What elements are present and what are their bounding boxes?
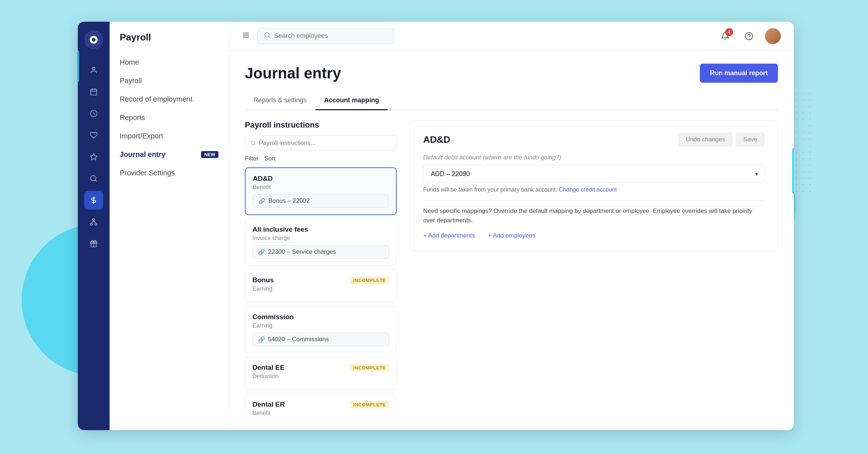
svg-point-10 [93, 219, 95, 221]
svg-rect-1 [91, 89, 97, 95]
search-container[interactable] [257, 28, 395, 44]
svg-point-0 [92, 67, 95, 70]
list-item-dental-ee-type: Deduction [252, 373, 389, 380]
content-columns: Payroll instructions Filter Sort AD& [245, 120, 778, 417]
override-text: Need specific mappings? Override the def… [423, 206, 765, 225]
list-column: Payroll instructions Filter Sort AD& [245, 120, 397, 417]
detail-column: AD&D Undo changes Save Default debit acc… [410, 120, 778, 417]
svg-marker-6 [90, 154, 97, 160]
list-item-add-name: AD&D [253, 175, 273, 183]
list-item-add-link: 🔗 Bonus – 22002 [253, 194, 389, 208]
nav-item-reports[interactable]: Reports [110, 108, 229, 127]
link-icon-all-inclusive: 🔗 [258, 249, 265, 256]
sidebar-icon-people[interactable] [84, 61, 103, 80]
list-item-bonus-name: Bonus [252, 276, 274, 284]
list-item-commission-link-text: 54020 – Commissions [268, 336, 329, 343]
nav-item-provider-settings-label: Provider Settings [120, 169, 175, 177]
sidebar-icon-gift[interactable] [84, 234, 103, 253]
list-item-bonus[interactable]: Bonus INCOMPLETE Earning [245, 269, 397, 303]
list-item-dental-ee[interactable]: Dental EE INCOMPLETE Deduction [245, 357, 397, 390]
list-item-bonus-header: Bonus INCOMPLETE [252, 276, 389, 284]
link-icon-commission: 🔗 [258, 336, 265, 343]
list-search-container[interactable] [245, 136, 397, 151]
detail-panel-header: AD&D Undo changes Save [423, 132, 765, 147]
tab-account-mapping[interactable]: Account mapping [315, 91, 388, 110]
nav-sidebar: Payroll Home Payroll Record of employmen… [110, 22, 229, 430]
list-item-add-link-text: Bonus – 22002 [268, 197, 310, 205]
run-manual-report-button[interactable]: Run manual report [700, 64, 778, 83]
list-item-dental-er-name: Dental ER [252, 401, 285, 408]
nav-item-import-export-label: Import/Export [120, 132, 163, 140]
svg-point-7 [91, 176, 96, 181]
list-item-all-inclusive-type: Invoice charge [252, 235, 389, 241]
nav-title: Payroll [110, 32, 229, 53]
app-logo[interactable] [84, 30, 103, 49]
sidebar-icon-star[interactable] [84, 147, 103, 166]
nav-item-import-export[interactable]: Import/Export [110, 127, 229, 145]
nav-item-home[interactable]: Home [110, 53, 229, 72]
list-item-all-inclusive-link: 🔗 22300 – Service charges [252, 245, 389, 259]
add-departments-link[interactable]: + Add departments [423, 232, 475, 239]
list-item-dental-er[interactable]: Dental ER INCOMPLETE Benefit [245, 394, 397, 417]
bonus-incomplete-badge: INCOMPLETE [350, 277, 389, 284]
svg-point-11 [90, 223, 93, 226]
funds-note: Funds will be taken from your primary ba… [423, 187, 765, 193]
page-title: Journal entry [245, 65, 341, 82]
list-search-input[interactable] [259, 140, 391, 147]
sidebar-icon-search-people[interactable] [84, 169, 103, 188]
nav-item-payroll[interactable]: Payroll [110, 72, 229, 90]
menu-icon[interactable] [242, 31, 250, 41]
list-item-add-header: AD&D [253, 175, 389, 183]
nav-item-home-label: Home [120, 58, 139, 67]
detail-panel: AD&D Undo changes Save Default debit acc… [410, 120, 778, 251]
sidebar-icon-network[interactable] [84, 213, 103, 231]
add-employees-link[interactable]: + Add employees [488, 232, 535, 239]
svg-line-8 [95, 180, 97, 181]
list-item-all-inclusive-link-text: 22300 – Service charges [268, 248, 336, 256]
list-item-all-inclusive[interactable]: All inclusive fees Invoice charge 🔗 2230… [245, 219, 397, 266]
sidebar-icon-dollar[interactable] [84, 191, 103, 210]
sidebar-icon-calendar[interactable] [84, 82, 103, 101]
svg-line-25 [254, 144, 255, 145]
list-item-dental-ee-header: Dental EE INCOMPLETE [252, 364, 389, 372]
dental-ee-incomplete-badge: INCOMPLETE [350, 364, 389, 372]
nav-item-payroll-label: Payroll [120, 77, 142, 85]
list-item-add-type: Benefit [253, 184, 389, 190]
tabs: Reports & settings Account mapping [245, 91, 778, 110]
nav-item-record-of-employment[interactable]: Record of employment [110, 90, 229, 108]
detail-actions: Undo changes Save [678, 132, 765, 147]
filter-button[interactable]: Filter [245, 155, 259, 162]
list-item-commission-header: Commission [252, 313, 389, 321]
sidebar-icon-clock[interactable] [84, 104, 103, 123]
search-input[interactable] [274, 32, 388, 40]
tab-reports-settings[interactable]: Reports & settings [245, 91, 315, 110]
journal-entry-badge: NEW [201, 151, 218, 158]
help-button[interactable] [741, 28, 757, 44]
undo-changes-button[interactable]: Undo changes [678, 132, 733, 147]
list-item-commission-type: Earning [252, 322, 389, 329]
list-item-dental-er-header: Dental ER INCOMPLETE [252, 401, 389, 408]
icon-sidebar [78, 22, 110, 430]
account-select[interactable]: ADD – 22090 [423, 165, 765, 183]
nav-item-provider-settings[interactable]: Provider Settings [110, 164, 229, 182]
list-item-commission[interactable]: Commission Earning 🔗 54020 – Commissions [245, 306, 397, 353]
notification-button[interactable]: 4 [717, 28, 733, 44]
detail-panel-title: AD&D [423, 134, 450, 145]
topbar: 4 [229, 22, 794, 51]
svg-point-20 [265, 33, 269, 37]
avatar[interactable] [765, 28, 781, 44]
change-credit-account-link[interactable]: Change credit account [559, 187, 617, 193]
sort-button[interactable]: Sort [264, 155, 276, 162]
save-button[interactable]: Save [736, 132, 765, 147]
page-body: Journal entry Run manual report Reports … [229, 51, 794, 430]
topbar-actions: 4 [717, 28, 781, 44]
list-item-commission-link: 🔗 54020 – Commissions [252, 333, 389, 346]
nav-item-journal-entry[interactable]: Journal entry NEW [110, 145, 229, 164]
svg-line-14 [94, 220, 96, 223]
search-icon [264, 32, 271, 40]
sidebar-icon-heart[interactable] [84, 126, 103, 145]
dental-er-incomplete-badge: INCOMPLETE [350, 401, 389, 408]
list-item-add[interactable]: AD&D Benefit 🔗 Bonus – 22002 [245, 167, 397, 215]
svg-line-21 [268, 36, 269, 37]
nav-item-roe-label: Record of employment [120, 95, 192, 103]
